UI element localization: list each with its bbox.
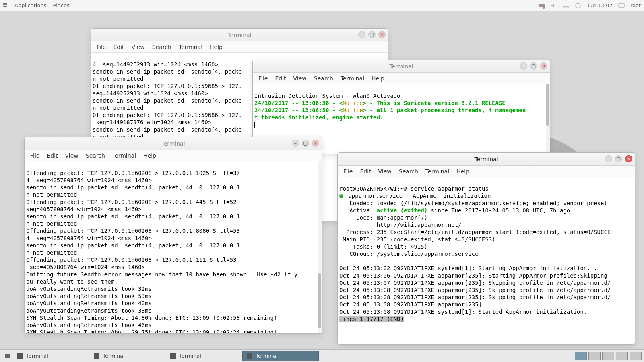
output-line: apparmor.service - AppArmor initializati… bbox=[339, 193, 491, 199]
recorder-icon[interactable] bbox=[539, 2, 545, 9]
output-line: Offending packet: TCP 127.0.0.1:59686 > … bbox=[93, 112, 242, 118]
menu-file[interactable]: File bbox=[255, 74, 271, 83]
menu-file[interactable]: File bbox=[93, 43, 109, 51]
svg-rect-5 bbox=[619, 4, 624, 7]
menubar: File Edit View Search Terminal Help bbox=[253, 73, 550, 84]
output-line: Offending packet: TCP 127.0.0.1:60208 > … bbox=[26, 199, 240, 205]
menu-help[interactable]: Help bbox=[206, 43, 226, 51]
menu-search[interactable]: Search bbox=[396, 167, 421, 176]
output-line: Oct 24 05:13:08 Q92YDIAT1PXE apparmor[23… bbox=[339, 287, 611, 293]
output-line: Tasks: 0 (limit: 4915) bbox=[339, 243, 427, 250]
maximize-button[interactable]: ▢ bbox=[302, 140, 309, 147]
output-line: SYN Stealth Scan Timing: About 14.80% do… bbox=[26, 315, 277, 321]
menu-view[interactable]: View bbox=[128, 43, 148, 51]
output-line: n not permitted bbox=[26, 191, 77, 198]
workspace-1[interactable] bbox=[575, 352, 587, 360]
menubar: File Edit View Search Terminal Help bbox=[25, 150, 322, 161]
menu-terminal[interactable]: Terminal bbox=[337, 74, 367, 83]
terminal-window-4[interactable]: Terminal – ▢ × File Edit View Search Ter… bbox=[337, 152, 635, 345]
menu-edit[interactable]: Edit bbox=[110, 43, 127, 51]
minimize-button[interactable]: – bbox=[520, 62, 527, 70]
terminal-icon bbox=[170, 353, 176, 359]
output-line: n not permitted bbox=[93, 76, 143, 82]
task-label: Terminal bbox=[26, 353, 48, 359]
menu-view[interactable]: View bbox=[290, 74, 310, 83]
menu-terminal[interactable]: Terminal bbox=[422, 167, 452, 176]
prompt-line: root@GOAZKTM5K7W1:~# service apparmor st… bbox=[339, 185, 489, 192]
window-title: Terminal bbox=[389, 63, 413, 70]
maximize-button[interactable]: ▢ bbox=[530, 62, 537, 70]
menu-terminal[interactable]: Terminal bbox=[109, 151, 139, 160]
workspace-5[interactable] bbox=[630, 352, 642, 360]
menu-file[interactable]: File bbox=[27, 151, 43, 160]
output-line: sendto in send_ip_packet_sd: sendto(4, p… bbox=[93, 126, 242, 133]
output-line: n not permitted bbox=[26, 249, 77, 256]
minimize-button[interactable]: – bbox=[292, 140, 299, 147]
apps-grid-icon[interactable] bbox=[3, 3, 8, 8]
output-line: ou really want to see them. bbox=[26, 278, 118, 285]
network-icon[interactable] bbox=[563, 2, 569, 9]
taskbar-item[interactable]: Terminal bbox=[89, 351, 166, 361]
minimize-button[interactable]: – bbox=[605, 155, 612, 162]
svg-rect-6 bbox=[5, 354, 10, 358]
workspace-3[interactable] bbox=[602, 352, 614, 360]
volume-icon[interactable] bbox=[551, 2, 557, 9]
workspace-switcher bbox=[575, 352, 644, 360]
menu-search[interactable]: Search bbox=[83, 151, 108, 160]
taskbar-item[interactable]: Terminal bbox=[166, 351, 242, 361]
output-line: seq=4057808764 win=1024 <mss 1460> bbox=[26, 264, 145, 270]
terminal-content[interactable]: root@GOAZKTM5K7W1:~# service apparmor st… bbox=[338, 177, 635, 344]
menu-applications[interactable]: Applications bbox=[14, 2, 46, 8]
bottom-panel: Terminal Terminal Terminal Terminal bbox=[0, 349, 644, 362]
titlebar[interactable]: Terminal – ▢ × bbox=[25, 137, 322, 150]
output-line: Oct 24 05:13:08 Q92YDIAT1PXE apparmor[23… bbox=[339, 301, 495, 308]
display-icon[interactable] bbox=[618, 2, 625, 9]
close-button[interactable]: × bbox=[378, 31, 386, 38]
menu-edit[interactable]: Edit bbox=[43, 151, 61, 160]
menu-view[interactable]: View bbox=[62, 151, 82, 160]
terminal-content[interactable]: Offending packet: TCP 127.0.0.1:60208 > … bbox=[25, 161, 322, 333]
menu-help[interactable]: Help bbox=[368, 74, 388, 83]
titlebar[interactable]: Terminal – ▢ × bbox=[338, 153, 635, 166]
output-line: seq=1449187376 win=1024 <mss 1460> bbox=[93, 119, 211, 125]
workspace-4[interactable] bbox=[616, 352, 628, 360]
menu-help[interactable]: Help bbox=[453, 167, 473, 176]
terminal-window-3[interactable]: Terminal – ▢ × File Edit View Search Ter… bbox=[24, 137, 322, 334]
menu-help[interactable]: Help bbox=[140, 151, 159, 160]
output-line: n not permitted bbox=[93, 105, 143, 111]
show-desktop-button[interactable] bbox=[2, 351, 13, 361]
svg-point-2 bbox=[566, 7, 567, 8]
workspace-2[interactable] bbox=[588, 352, 601, 360]
menu-search[interactable]: Search bbox=[149, 43, 175, 51]
menu-terminal[interactable]: Terminal bbox=[175, 43, 206, 51]
close-button[interactable]: × bbox=[625, 155, 632, 162]
task-label: Terminal bbox=[179, 353, 201, 359]
menu-places[interactable]: Places bbox=[53, 2, 69, 8]
power-icon[interactable] bbox=[575, 2, 581, 9]
taskbar-item-active[interactable]: Terminal bbox=[242, 351, 319, 361]
maximize-button[interactable]: ▢ bbox=[615, 155, 622, 162]
titlebar[interactable]: Terminal – ▢ × bbox=[253, 60, 550, 73]
output-line: doAnyOutstandingRetransmits took 32ms bbox=[26, 286, 152, 292]
menu-view[interactable]: View bbox=[375, 167, 395, 176]
output-line: Docs: man:apparmor(7) bbox=[339, 214, 427, 221]
minimize-button[interactable]: – bbox=[358, 31, 365, 38]
menu-edit[interactable]: Edit bbox=[272, 74, 289, 83]
menu-file[interactable]: File bbox=[340, 167, 356, 176]
scrollbar[interactable] bbox=[318, 161, 322, 333]
output-line: doAnyOutstandingRetransmits took 53ms bbox=[26, 293, 152, 299]
close-button[interactable]: × bbox=[312, 140, 319, 147]
output-line: Oct 24 05:13:08 Q92YDIAT1PXE systemd[1]:… bbox=[339, 309, 587, 315]
menu-edit[interactable]: Edit bbox=[357, 167, 374, 176]
taskbar-item[interactable]: Terminal bbox=[13, 351, 89, 361]
terminal-icon bbox=[94, 353, 99, 359]
close-button[interactable]: × bbox=[540, 62, 547, 70]
user-label[interactable]: root bbox=[630, 2, 641, 8]
output-line: Process: 235 ExecStart=/etc/init.d/appar… bbox=[339, 229, 611, 235]
scrollbar[interactable] bbox=[546, 84, 550, 154]
maximize-button[interactable]: ▢ bbox=[368, 31, 376, 38]
terminal-icon bbox=[17, 353, 23, 359]
menu-search[interactable]: Search bbox=[311, 74, 336, 83]
titlebar[interactable]: Terminal – ▢ × bbox=[91, 29, 388, 41]
clock[interactable]: Tue 13:07 bbox=[587, 2, 613, 8]
